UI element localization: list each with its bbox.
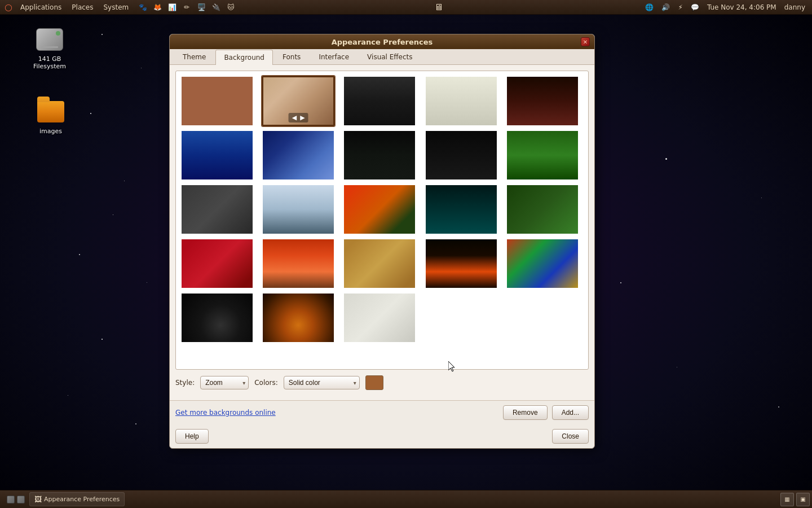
wp-thumb-inner-13 xyxy=(344,185,415,234)
wallpaper-thumb-15[interactable] xyxy=(506,184,579,235)
colors-select-wrapper: Solid color Horizontal gradient Vertical… xyxy=(284,376,360,389)
style-select-wrapper: Zoom Centered Scaled Stretched Tiled xyxy=(200,376,249,389)
wp-thumb-inner-15 xyxy=(507,185,578,234)
wp-thumb-inner-5 xyxy=(507,77,578,125)
wp-thumb-inner-10 xyxy=(507,131,578,179)
close-dialog-button[interactable]: Close xyxy=(552,429,589,444)
taskbar-bottom-icon-1 xyxy=(7,496,15,503)
appearance-preferences-dialog: Appearance Preferences ✕ Theme Backgroun… xyxy=(169,34,595,449)
wallpaper-thumb-6[interactable] xyxy=(180,130,254,181)
wp-thumb-inner-6 xyxy=(182,131,253,179)
wp-thumb-inner-22 xyxy=(263,294,334,342)
taskbar-app-icon: 🖼 xyxy=(34,495,42,503)
wallpaper-thumb-7[interactable] xyxy=(262,130,335,181)
wallpaper-thumb-20[interactable] xyxy=(506,238,579,289)
im-indicator[interactable]: 💬 xyxy=(689,2,701,12)
wp-next-icon[interactable]: ▶ xyxy=(300,114,304,121)
wallpaper-thumb-8[interactable] xyxy=(343,130,416,181)
colors-label: Colors: xyxy=(254,379,278,387)
places-menu[interactable]: Places xyxy=(67,2,98,12)
wallpaper-thumb-5[interactable] xyxy=(506,76,579,126)
app-icon-3[interactable]: 📊 xyxy=(166,1,178,14)
dialog-close-button[interactable]: ✕ xyxy=(581,37,590,46)
applications-menu[interactable]: Applications xyxy=(16,2,66,12)
images-folder-icon xyxy=(37,98,64,125)
wallpaper-thumb-2[interactable]: ◀ ▶ xyxy=(262,76,335,126)
app-icon-7[interactable]: 🐱 xyxy=(224,1,237,14)
wp-thumb-inner-8 xyxy=(344,131,415,179)
wp-thumb-inner-3 xyxy=(344,77,415,125)
wallpaper-thumb-21[interactable] xyxy=(180,292,254,343)
wallpaper-thumb-10[interactable] xyxy=(506,130,579,181)
add-button[interactable]: Add... xyxy=(552,405,589,420)
wp-thumb-inner-14 xyxy=(426,185,497,234)
taskbar-top: ○ Applications Places System 🐾 🦊 📊 ✏️ 🖥️… xyxy=(0,0,812,15)
colors-select[interactable]: Solid color Horizontal gradient Vertical… xyxy=(284,376,360,389)
wallpaper-thumb-4[interactable] xyxy=(425,76,498,126)
screen-icon[interactable]: 🖥 xyxy=(434,2,443,12)
images-folder-label: images xyxy=(39,128,62,135)
taskbar-top-left: ○ Applications Places System 🐾 🦊 📊 ✏️ 🖥️… xyxy=(0,1,239,14)
app-icon-5[interactable]: 🖥️ xyxy=(195,1,208,14)
wallpaper-thumb-1[interactable] xyxy=(180,76,254,126)
tab-interface[interactable]: Interface xyxy=(310,49,358,64)
wallpaper-thumb-11[interactable] xyxy=(180,184,254,235)
wallpaper-thumb-3[interactable] xyxy=(343,76,416,126)
style-select[interactable]: Zoom Centered Scaled Stretched Tiled xyxy=(200,376,249,389)
wallpaper-thumb-18[interactable] xyxy=(343,238,416,289)
desktop-icon-filesystem[interactable]: 141 GB Filesystem xyxy=(27,24,72,72)
wallpaper-thumb-19[interactable] xyxy=(425,238,498,289)
wp-thumb-inner-2: ◀ ▶ xyxy=(263,77,333,125)
bluetooth-indicator[interactable]: ⚡ xyxy=(676,2,685,12)
dialog-title: Appearance Preferences xyxy=(183,38,581,46)
taskbar-show-desktop-icon[interactable]: ▦ xyxy=(780,493,794,506)
dialog-bottom-bar: Get more backgrounds online Remove Add..… xyxy=(170,400,594,424)
wallpaper-thumb-12[interactable] xyxy=(262,184,335,235)
network-indicator[interactable]: 🌐 xyxy=(643,2,656,12)
volume-indicator[interactable]: 🔊 xyxy=(659,2,672,12)
tab-theme[interactable]: Theme xyxy=(174,49,214,64)
taskbar-app-button[interactable]: 🖼 Appearance Preferences xyxy=(29,492,125,506)
desktop-icon-images[interactable]: images xyxy=(28,96,73,137)
app-icon-2[interactable]: 🦊 xyxy=(151,1,164,14)
system-menu[interactable]: System xyxy=(99,2,133,12)
clock[interactable]: Tue Nov 24, 4:06 PM xyxy=(705,2,779,12)
wallpaper-thumb-22[interactable] xyxy=(262,292,335,343)
wallpaper-thumb-13[interactable] xyxy=(343,184,416,235)
app-icon-4[interactable]: ✏️ xyxy=(180,1,193,14)
wp-thumb-inner-9 xyxy=(426,131,497,179)
wp-thumb-inner-12 xyxy=(263,185,334,234)
taskbar-window-manager-icon[interactable]: ▣ xyxy=(796,493,810,506)
wallpaper-thumb-17[interactable] xyxy=(262,238,335,289)
wp-thumb-inner-20 xyxy=(507,239,578,288)
wallpaper-grid: ◀ ▶ xyxy=(175,71,589,370)
taskbar-top-right: 🌐 🔊 ⚡ 💬 Tue Nov 24, 4:06 PM danny xyxy=(643,2,812,12)
wp-thumb-inner-23 xyxy=(344,294,415,342)
dialog-content: ◀ ▶ xyxy=(170,65,594,400)
desktop: ○ Applications Places System 🐾 🦊 📊 ✏️ 🖥️… xyxy=(0,0,812,508)
taskbar-bottom-right: ▦ ▣ xyxy=(780,493,812,506)
app-icon-1[interactable]: 🐾 xyxy=(136,1,149,14)
ubuntu-logo-icon[interactable]: ○ xyxy=(2,1,15,14)
wp-thumb-inner-21 xyxy=(182,294,253,342)
color-swatch-button[interactable] xyxy=(365,375,383,390)
app-icon-6[interactable]: 🔌 xyxy=(210,1,222,14)
wp-thumb-inner-17 xyxy=(263,239,334,288)
get-more-backgrounds-link[interactable]: Get more backgrounds online xyxy=(175,409,276,417)
tab-fonts[interactable]: Fonts xyxy=(274,49,309,64)
taskbar-app-label: Appearance Preferences xyxy=(44,496,120,503)
wallpaper-thumb-23[interactable] xyxy=(343,292,416,343)
tab-background[interactable]: Background xyxy=(215,50,273,65)
filesystem-label: 141 GB Filesystem xyxy=(29,55,70,70)
wallpaper-thumb-14[interactable] xyxy=(425,184,498,235)
wp-thumb-inner-18 xyxy=(344,239,415,288)
wallpaper-thumb-9[interactable] xyxy=(425,130,498,181)
wallpaper-thumb-16[interactable] xyxy=(180,238,254,289)
remove-button[interactable]: Remove xyxy=(503,405,548,420)
wp-thumb-inner-4 xyxy=(426,77,497,125)
help-button[interactable]: Help xyxy=(175,429,209,444)
user-name[interactable]: danny xyxy=(782,2,807,12)
tab-visual-effects[interactable]: Visual Effects xyxy=(359,49,421,64)
dialog-footer: Help Close xyxy=(170,424,594,448)
wp-prev-icon[interactable]: ◀ xyxy=(292,114,297,121)
